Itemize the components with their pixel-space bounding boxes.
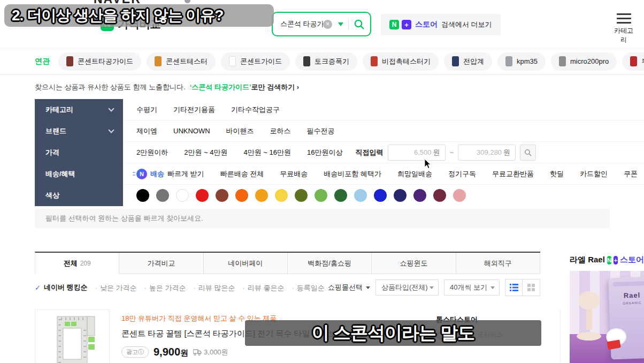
tab-가격비교[interactable]: 가격비교	[119, 253, 203, 274]
filter-option[interactable]: 기타수작업공구	[231, 105, 280, 115]
related-keyword-pill[interactable]: 콘센트가이드	[221, 52, 290, 71]
color-swatch[interactable]	[433, 189, 446, 202]
tab-네이버페이[interactable]: 네이버페이	[204, 253, 288, 274]
color-swatch[interactable]	[216, 189, 228, 202]
color-swatch[interactable]	[235, 189, 248, 202]
sidebar-ad-header[interactable]: 라엘 Rael N + 스토어	[570, 255, 644, 265]
chevron-down-icon	[490, 286, 495, 289]
color-swatch[interactable]	[413, 189, 426, 202]
list-view-button[interactable]	[505, 279, 523, 296]
tab-쇼핑윈도[interactable]: 쇼핑윈도	[372, 253, 456, 274]
related-keyword-pill[interactable]: 콘센트타공가이드	[58, 52, 141, 71]
sort-option[interactable]: 높은 가격순	[144, 284, 186, 292]
page-size-select[interactable]: 40개씩 보기	[444, 279, 500, 296]
price-search-button[interactable]	[520, 145, 536, 161]
search-input[interactable]: 스콘석 타공가이드	[280, 19, 323, 29]
divider	[560, 309, 561, 363]
n-delivery-filter[interactable]: N배송빠르게 받기	[136, 169, 204, 179]
filter-row-header[interactable]: 가격	[35, 142, 123, 163]
filter-option[interactable]: 무료교환반품	[492, 169, 534, 179]
related-keyword-pill[interactable]: 전압계	[444, 52, 492, 71]
filter-option[interactable]: 16만원이상	[307, 148, 342, 157]
color-swatch[interactable]	[394, 189, 407, 202]
sort-option[interactable]: 리뷰 많은순	[193, 284, 235, 292]
product-type-select[interactable]: 상품타입(전체)	[375, 279, 439, 296]
product-thumbnail[interactable]	[35, 309, 110, 363]
color-swatch[interactable]	[315, 189, 327, 202]
related-keyword-pill[interactable]: micro200pro	[551, 52, 617, 71]
color-swatch[interactable]	[136, 189, 149, 202]
color-swatch[interactable]	[453, 189, 466, 202]
price-min-input[interactable]: 6,500원	[388, 145, 446, 161]
related-keyword-pill[interactable]: 부동액측정기	[622, 52, 644, 71]
price-value: 6,500	[414, 148, 432, 156]
notice-suffix-link[interactable]: 로만 검색하기 ›	[251, 82, 300, 92]
search-bar[interactable]: 스콘석 타공가이드 ×	[272, 12, 371, 36]
search-icon[interactable]	[354, 19, 365, 30]
tab-label: 쇼핑윈도	[400, 259, 427, 268]
related-keyword-pill[interactable]: 비접촉테스터기	[363, 52, 439, 71]
clear-icon[interactable]: ×	[323, 20, 332, 29]
filter-option[interactable]: 2만원이하	[136, 148, 168, 157]
sidebar-ad[interactable]: 라엘 Rael N + 스토어 Rael ORGANIC	[570, 252, 644, 363]
filter-option[interactable]: UNKNOWN	[173, 127, 210, 135]
related-keyword-pill[interactable]: 콘센트테스터	[147, 52, 216, 71]
filter-row-header[interactable]: 브랜드	[35, 120, 123, 142]
filter-option[interactable]: 쿠폰	[624, 169, 638, 179]
color-swatch[interactable]	[334, 189, 347, 202]
filter-option[interactable]: 바이핸즈	[226, 126, 254, 136]
store-search-button[interactable]: N + 스토어 검색에서 더보기	[381, 14, 501, 35]
filter-row-header[interactable]: 카테고리	[35, 99, 123, 120]
color-swatch[interactable]	[156, 189, 169, 202]
product-package: Rael ORGANIC	[608, 277, 644, 360]
keyword-product-icon	[66, 56, 73, 66]
color-swatch[interactable]	[176, 189, 189, 202]
filter-option[interactable]: 기타전기용품	[173, 105, 215, 115]
price-unit: 원	[503, 148, 510, 157]
filter-option[interactable]: 무료배송	[280, 169, 308, 179]
tab-전체[interactable]: 전체209	[35, 253, 119, 274]
tab-백화점/홈쇼핑[interactable]: 백화점/홈쇼핑	[288, 253, 372, 274]
ad-badge: 광고ⓘ	[121, 346, 149, 358]
price-max-input[interactable]: 309,280원	[458, 145, 516, 161]
filter-row-header[interactable]: 색상	[35, 185, 123, 206]
mall-select[interactable]: 쇼핑몰선택	[328, 283, 370, 292]
color-swatch[interactable]	[354, 189, 367, 202]
color-swatch[interactable]	[374, 189, 387, 202]
filter-option[interactable]: 로하스	[270, 126, 291, 136]
color-swatch[interactable]	[196, 189, 209, 202]
tab-해외직구[interactable]: 해외직구	[456, 253, 540, 274]
filter-option[interactable]: 카드할인	[580, 169, 608, 179]
related-keyword-pill[interactable]: kpm35	[497, 52, 546, 71]
notice-keyword-link[interactable]: ‘스콘석 타공가이드’	[190, 82, 251, 92]
filter-option[interactable]: 정기구독	[448, 169, 476, 179]
divider	[348, 18, 349, 30]
sort-option[interactable]: 낮은 가격순	[95, 284, 137, 292]
chevron-down-icon[interactable]	[338, 22, 343, 26]
category-menu-button[interactable]: 카테고리	[613, 13, 634, 44]
store-button-label: 검색에서 더보기	[441, 20, 492, 29]
color-swatch[interactable]	[275, 189, 288, 202]
keyword-product-icon	[229, 56, 236, 66]
filter-option[interactable]: 4만원 ~ 16만원	[244, 148, 292, 157]
grid-view-button[interactable]	[523, 279, 540, 296]
filter-row-content	[123, 185, 644, 206]
filter-option[interactable]: 2만원 ~ 4만원	[184, 148, 227, 157]
filter-option[interactable]: 빠른배송 전체	[220, 169, 264, 179]
keyword-label: 콘센트테스터	[166, 57, 208, 66]
filter-option[interactable]: 필수전공	[307, 126, 335, 136]
color-swatch[interactable]	[295, 189, 308, 202]
related-keyword-pill[interactable]: 토크증폭기	[295, 52, 357, 71]
sort-option[interactable]: 등록일순	[292, 284, 324, 292]
filter-option[interactable]: 배송비포함 혜택가	[324, 169, 381, 179]
filter-option[interactable]: 핫딜	[550, 169, 564, 179]
sort-active[interactable]: 네이버 랭킹순	[44, 283, 88, 292]
filter-option[interactable]: 제이엠	[136, 126, 157, 136]
filter-row-header[interactable]: 배송/혜택	[35, 163, 123, 185]
sort-option[interactable]: 리뷰 좋은순	[242, 284, 284, 292]
price-direct-input: 직접입력6,500원~309,280원	[356, 145, 536, 161]
color-swatch[interactable]	[255, 189, 268, 202]
filter-option[interactable]: 수평기	[136, 105, 157, 115]
sidebar-ad-image[interactable]: Rael ORGANIC	[570, 271, 644, 363]
chevron-down-icon	[108, 127, 114, 133]
